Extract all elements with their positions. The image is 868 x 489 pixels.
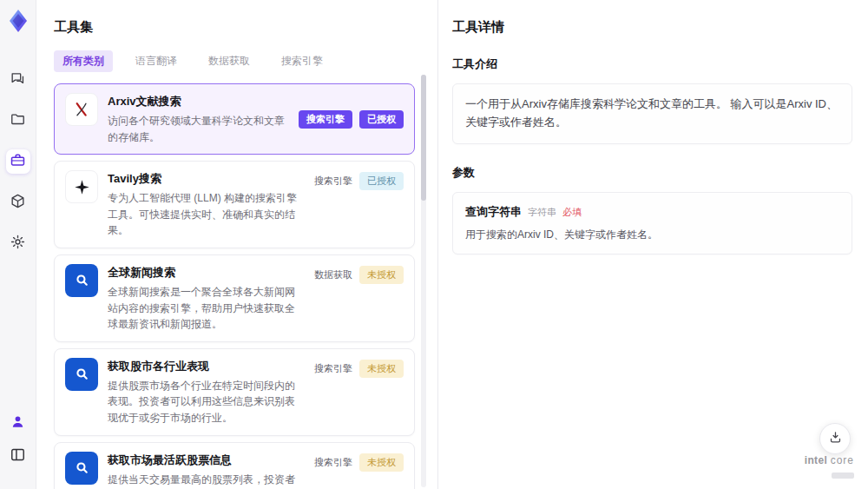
tool-icon-tile bbox=[65, 264, 98, 297]
intro-heading: 工具介绍 bbox=[452, 56, 852, 72]
sidebar-item-files[interactable] bbox=[6, 109, 30, 133]
tool-icon-tile bbox=[65, 93, 98, 126]
tool-icon-tile bbox=[65, 452, 98, 485]
intel-core-badge: intel core bbox=[805, 454, 854, 482]
toolbox-icon bbox=[10, 152, 26, 172]
chat-icon bbox=[10, 70, 26, 90]
category-tab[interactable]: 语言翻译 bbox=[127, 50, 186, 72]
param-type: 字符串 bbox=[528, 206, 556, 219]
page-title: 工具集 bbox=[54, 19, 415, 36]
sidebar-item-models[interactable] bbox=[6, 190, 30, 215]
category-tab[interactable]: 所有类别 bbox=[54, 50, 113, 72]
arxiv-logo-icon bbox=[72, 100, 91, 119]
category-badge: 搜索引擎 bbox=[314, 453, 352, 472]
tool-title: 全球新闻搜索 bbox=[108, 265, 304, 281]
core-logo-text: core bbox=[831, 454, 854, 466]
tool-card[interactable]: 获取股市各行业表现 提供股票市场各个行业在特定时间段内的表现。投资者可以利用这些… bbox=[54, 348, 415, 436]
tool-card[interactable]: 全球新闻搜索 全球新闻搜索是一个聚合全球各大新闻网站内容的搜索引擎，帮助用户快速… bbox=[54, 254, 415, 342]
params-heading: 参数 bbox=[452, 165, 852, 181]
tool-description: 专为人工智能代理 (LLM) 构建的搜索引擎工具。可快速提供实时、准确和真实的结… bbox=[108, 190, 304, 239]
category-tab[interactable]: 搜索引擎 bbox=[273, 50, 332, 72]
sidebar-item-collapse[interactable] bbox=[6, 444, 30, 468]
tool-title: Tavily搜索 bbox=[108, 171, 304, 187]
detail-title: 工具详情 bbox=[452, 19, 852, 36]
auth-status-badge: 未授权 bbox=[359, 360, 404, 378]
download-button[interactable] bbox=[819, 423, 851, 454]
param-description: 用于搜索的Arxiv ID、关键字或作者姓名。 bbox=[465, 228, 839, 242]
app-window: 工具集 所有类别 语言翻译 数据获取 搜索引擎 Ar bbox=[0, 0, 868, 489]
category-badge: 数据获取 bbox=[314, 266, 352, 284]
tool-card[interactable]: Tavily搜索 专为人工智能代理 (LLM) 构建的搜索引擎工具。可快速提供实… bbox=[54, 161, 415, 248]
intro-text: 一个用于从Arxiv存储库搜索科学论文和文章的工具。 输入可以是Arxiv ID… bbox=[465, 96, 839, 132]
user-icon bbox=[10, 413, 26, 433]
param-name: 查询字符串 bbox=[465, 204, 522, 220]
sidebar-item-account[interactable] bbox=[6, 411, 30, 435]
list-scrollbar[interactable] bbox=[421, 75, 426, 487]
intel-logo-text: intel bbox=[805, 454, 827, 466]
tool-description: 访问各个研究领域大量科学论文和文章的存储库。 bbox=[108, 113, 288, 145]
search-app-icon bbox=[73, 459, 91, 477]
tool-description: 提供股票市场各个行业在特定时间段内的表现。投资者可以利用这些信息来识别表现优于或… bbox=[108, 378, 304, 426]
auth-status-badge: 未授权 bbox=[359, 453, 404, 472]
panel-toggle-icon bbox=[10, 446, 26, 466]
tool-icon-tile bbox=[65, 358, 98, 391]
icon-rail bbox=[0, 0, 36, 489]
sidebar-item-toolbox[interactable] bbox=[6, 149, 30, 174]
app-logo-icon bbox=[6, 9, 30, 33]
cube-icon bbox=[10, 193, 26, 213]
param-box: 查询字符串 字符串 必填 用于搜索的Arxiv ID、关键字或作者姓名。 bbox=[452, 192, 852, 254]
tool-title: 获取股市各行业表现 bbox=[108, 359, 304, 374]
category-tabs: 所有类别 语言翻译 数据获取 搜索引擎 bbox=[54, 50, 415, 72]
tool-icon-tile bbox=[65, 170, 98, 203]
intro-box: 一个用于从Arxiv存储库搜索科学论文和文章的工具。 输入可以是Arxiv ID… bbox=[452, 83, 852, 144]
tool-detail-panel: 工具详情 工具介绍 一个用于从Arxiv存储库搜索科学论文和文章的工具。 输入可… bbox=[438, 0, 868, 489]
tools-panel: 工具集 所有类别 语言翻译 数据获取 搜索引擎 Ar bbox=[36, 0, 438, 489]
folder-icon bbox=[10, 111, 26, 131]
tool-card[interactable]: Arxiv文献搜索 访问各个研究领域大量科学论文和文章的存储库。 搜索引擎 已授… bbox=[54, 83, 415, 155]
auth-status-badge: 已授权 bbox=[359, 172, 404, 190]
search-app-icon bbox=[73, 365, 91, 383]
scrollbar-thumb[interactable] bbox=[421, 75, 426, 201]
search-app-icon bbox=[73, 271, 91, 289]
sidebar-item-chat[interactable] bbox=[6, 68, 30, 92]
sidebar-item-settings[interactable] bbox=[6, 231, 30, 255]
category-tab[interactable]: 数据获取 bbox=[200, 50, 259, 72]
tool-description: 全球新闻搜索是一个聚合全球各大新闻网站内容的搜索引擎，帮助用户快速获取全球最新资… bbox=[108, 284, 304, 333]
tool-card[interactable]: 获取市场最活跃股票信息 提供当天交易量最高的股票列表，投资者可以利用这些信息来识… bbox=[54, 442, 415, 489]
category-badge: 搜索引擎 bbox=[314, 360, 352, 378]
tool-description: 提供当天交易量最高的股票列表，投资者可以利用这些信息来识别流动性强的股票和潜在的… bbox=[108, 472, 304, 489]
category-badge: 搜索引擎 bbox=[314, 172, 352, 190]
gear-icon bbox=[10, 234, 26, 254]
tool-list: Arxiv文献搜索 访问各个研究领域大量科学论文和文章的存储库。 搜索引擎 已授… bbox=[54, 83, 415, 489]
category-badge: 搜索引擎 bbox=[299, 110, 352, 129]
tool-title: Arxiv文献搜索 bbox=[108, 94, 288, 109]
tool-title: 获取市场最活跃股票信息 bbox=[108, 453, 304, 468]
download-icon bbox=[828, 430, 843, 448]
param-required-flag: 必填 bbox=[562, 206, 582, 219]
auth-status-badge: 已授权 bbox=[359, 110, 404, 129]
intel-sub-badge bbox=[832, 472, 854, 479]
auth-status-badge: 未授权 bbox=[359, 266, 404, 284]
tavily-star-icon bbox=[73, 178, 91, 196]
